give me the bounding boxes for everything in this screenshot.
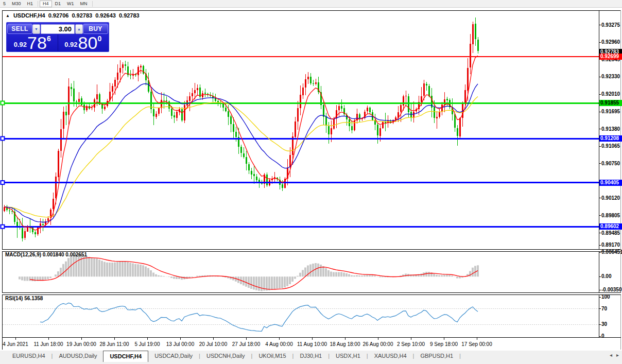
date-tick-label: 5 Jul 19:00 [135,341,160,347]
sell-price-pip: 6 [47,34,51,43]
date-tick-label: 13 Jul 00:00 [166,341,195,347]
price-tick-label: 0.90120 [601,195,620,201]
price-tick-label: 0.89805 [601,213,620,218]
price-line-label: 0.91855 [599,100,622,106]
rsi-axis-label: 0 [601,333,604,339]
tab-scroll-left-icon[interactable]: ◂ [610,352,612,358]
date-tick-label: 18 Aug 18:00 [330,341,360,347]
chart-tab-ukoil[interactable]: UKOil,M15 [252,351,292,361]
sell-price-main: 78 [27,35,47,50]
volume-input[interactable] [41,24,75,34]
date-tick-label: 4 Aug 00:00 [265,341,292,347]
tab-scroll-right-icon[interactable]: ▸ [616,352,619,358]
buy-price-main: 80 [78,35,98,50]
tab-scroll-nav: ◂ ▸ [610,352,619,358]
date-tick-label: 11 Jun 18:00 [33,341,63,347]
chart-ohlc-header: ▲ USDCHF,H4 0.92706 0.92783 0.92643 0.92… [6,12,140,19]
rsi-axis-label: 70 [601,306,607,311]
mt4-terminal-window: 5M30H1H4D1W1MN ▲ USDCHF,H4 0.92706 0.927… [0,0,622,364]
chart-tab-usdcad[interactable]: USDCAD,Daily [148,351,199,361]
date-tick-label: 27 Jul 18:00 [232,341,261,347]
chart-tab-usdx[interactable]: USDX,H1 [330,351,367,361]
chart-tab-eurusd[interactable]: EURUSD,H4 [6,351,51,361]
tab-separator: | [459,351,461,361]
chart-tab-usdchf[interactable]: USDCHF,H4 [103,351,148,362]
price-tick-label: 0.90750 [601,161,620,166]
ohlc-open: 0.92706 [48,12,69,19]
price-tick-label: 0.91065 [601,143,620,149]
price-tick-label: 0.89170 [601,242,620,248]
buy-price-pip: 0 [97,34,101,43]
date-tick-label: 19 Jun 00:00 [66,341,96,347]
rsi-axis-label: 30 [601,321,607,327]
price-tick-label: 0.92330 [601,74,620,79]
rsi-axis-label: 100 [601,294,610,300]
price-line-label: 0.91208 [599,135,622,142]
buy-price-prefix: 0.92 [64,41,77,48]
price-tick-label: 0.92010 [601,91,620,97]
one-click-trade-panel: SELL ▼ ▲ BUY 0.92 78 6 0.92 80 0 [6,22,109,52]
volume-up-button[interactable]: ▲ [75,24,83,34]
price-tick-label: 0.93275 [601,22,620,28]
ohlc-high: 0.92783 [72,12,92,19]
chart-tab-gbpusd[interactable]: GBPUSD,H1 [414,351,459,361]
sell-price-prefix: 0.92 [14,41,27,48]
chart-canvas[interactable] [0,0,622,364]
chart-tab-usdcnh[interactable]: USDCNH,Daily [200,351,251,361]
date-tick-label: 11 Aug 10:00 [297,341,327,347]
macd-axis-label: 0.00 [601,273,611,279]
price-line-label: 0.89602 [599,223,622,230]
buy-button[interactable]: BUY [83,24,108,34]
ohlc-low: 0.92643 [95,12,116,19]
macd-axis-label: -0.003507 [601,287,622,292]
macd-axis-label: 0.006451 [601,249,622,255]
macd-label: MACD(12,26,9) 0.001840 0.002651 [5,252,87,257]
sell-button[interactable]: SELL [7,24,32,34]
chart-tab-audusd[interactable]: AUDUSD,Daily [53,351,103,361]
volume-down-button[interactable]: ▼ [32,24,40,34]
chart-tab-xauusd[interactable]: XAUUSD,H4 [368,351,413,361]
price-tick-label: 0.91695 [601,109,620,114]
price-line-label: 0.92699 [599,54,622,60]
price-tick-label: 0.92960 [601,39,620,45]
symbol-tab-bar: EURUSD,H4|AUDUSD,DailyUSDCHF,H4USDCAD,Da… [0,350,622,364]
date-tick-label: 26 Aug 00:00 [363,341,393,347]
chart-title: USDCHF,H4 [13,12,45,19]
sell-price-display[interactable]: 0.92 78 6 [7,34,58,51]
date-tick-label: 2 Sep 10:00 [397,341,425,347]
price-tick-label: 0.91380 [601,126,620,132]
price-tick-label: 0.89485 [601,230,620,236]
date-tick-label: 17 Sep 00:00 [461,341,492,347]
date-tick-label: 28 Jun 11:00 [99,341,129,347]
date-tick-label: 9 Sep 18:00 [430,341,458,347]
date-tick-label: 4 Jun 2021 [3,341,28,347]
rsi-label: RSI(14) 56.1358 [5,296,43,301]
price-line-label: 0.90405 [599,180,622,186]
collapse-icon[interactable]: ▲ [6,13,10,18]
buy-price-display[interactable]: 0.92 80 0 [58,34,109,51]
date-tick-label: 20 Jul 10:00 [199,341,228,347]
chart-tab-dj30[interactable]: DJ30,H1 [293,351,328,361]
ohlc-close: 0.92783 [119,12,140,19]
